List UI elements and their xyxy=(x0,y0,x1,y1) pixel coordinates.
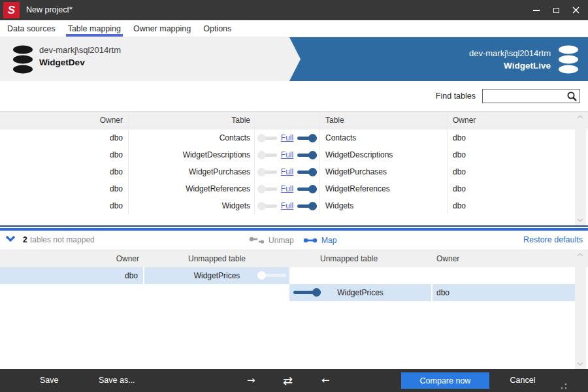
maximize-icon xyxy=(553,8,559,13)
unmapped-table-name: WidgetPrices xyxy=(337,288,384,297)
right-endpoint-toggle[interactable] xyxy=(297,168,317,176)
app-logo-icon: S xyxy=(3,2,20,18)
left-table-cell: WidgetReferences xyxy=(129,180,255,197)
scrollbar[interactable] xyxy=(575,250,586,369)
toggle-knob xyxy=(308,134,317,142)
header-left-table: Table xyxy=(129,112,255,129)
map-button[interactable]: Map xyxy=(303,231,336,250)
mapping-mode-link[interactable]: Full xyxy=(281,150,293,159)
header-left-owner: Owner xyxy=(0,112,129,129)
tab[interactable]: Owner mapping xyxy=(131,20,193,37)
mapping-mode-link[interactable]: Full xyxy=(281,133,293,142)
close-button[interactable] xyxy=(566,0,585,20)
mapping-mode-link[interactable]: Full xyxy=(281,184,293,193)
compare-now-button[interactable]: Compare now xyxy=(401,372,489,389)
not-mapped-bar: 2 tables not mapped Unmap Map Restore de… xyxy=(0,231,588,250)
close-icon xyxy=(572,7,580,14)
right-endpoint-toggle[interactable] xyxy=(297,151,317,159)
right-owner-cell: dbo xyxy=(448,163,575,180)
map-icon xyxy=(303,237,318,244)
minimize-icon xyxy=(533,10,540,11)
source-server: dev-markj\sql2014rtm xyxy=(39,45,121,55)
left-endpoint-toggle[interactable] xyxy=(257,271,286,280)
scrollbar[interactable] xyxy=(575,112,586,225)
right-table-cell: WidgetDescriptions xyxy=(320,146,448,163)
tab-label: Table mapping xyxy=(68,24,121,33)
left-table-cell: Contacts xyxy=(129,129,255,146)
left-owner-cell: dbo xyxy=(0,197,129,214)
right-owner-cell: dbo xyxy=(448,197,575,214)
switch-direction-icon[interactable]: ⇄ xyxy=(283,369,293,392)
left-owner-cell: dbo xyxy=(0,180,129,197)
tab-label: Options xyxy=(203,24,231,33)
search-icon[interactable] xyxy=(566,91,578,102)
chevron-down-icon[interactable] xyxy=(5,235,16,242)
maximize-button[interactable] xyxy=(546,0,566,20)
table-row[interactable]: dbo Widgets Full Widgets dbo xyxy=(0,197,588,214)
right-owner-cell: dbo xyxy=(448,146,575,163)
scroll-down-icon[interactable] xyxy=(577,218,583,222)
left-table-cell: WidgetPurchases xyxy=(129,163,255,180)
save-button[interactable]: Save xyxy=(40,369,59,392)
left-endpoint-toggle[interactable] xyxy=(257,185,277,193)
left-endpoint-toggle[interactable] xyxy=(257,134,277,142)
target-database-text: dev-markj\sql2014rtm WidgetLive xyxy=(469,48,551,71)
left-endpoint-toggle[interactable] xyxy=(257,168,277,176)
mapped-tables-grid: Owner Table Table Owner dbo Contacts Ful… xyxy=(0,112,588,225)
owner-cell: dbo xyxy=(0,267,144,284)
splitter[interactable] xyxy=(0,225,588,231)
tab[interactable]: Options xyxy=(201,20,233,37)
tab-bar: Data sources Table mapping Owner mapping… xyxy=(0,20,588,37)
table-row[interactable]: dbo Contacts Full Contacts dbo xyxy=(0,129,588,146)
resize-grip[interactable] xyxy=(561,384,567,390)
table-row[interactable]: dbo WidgetDescriptions Full WidgetDescri… xyxy=(0,146,588,163)
scroll-down-icon[interactable] xyxy=(577,362,583,366)
deploy-right-arrow-icon[interactable]: → xyxy=(247,369,255,392)
left-endpoint-toggle[interactable] xyxy=(257,202,277,210)
minimize-button[interactable] xyxy=(527,0,546,20)
tab[interactable]: Table mapping xyxy=(66,20,123,37)
left-table-cell: WidgetDescriptions xyxy=(129,146,255,163)
unmapped-right-row[interactable]: WidgetPrices dbo xyxy=(0,284,588,301)
right-endpoint-toggle[interactable] xyxy=(293,288,321,297)
app-window: S New project* Data sources Table mappin… xyxy=(0,0,588,392)
save-as-button[interactable]: Save as... xyxy=(99,369,135,392)
mapping-cell: Full xyxy=(255,180,320,197)
database-icon xyxy=(557,44,580,74)
unmapped-table-name: WidgetPrices xyxy=(194,271,240,280)
mapping-mode-link[interactable]: Full xyxy=(281,167,293,176)
right-endpoint-toggle[interactable] xyxy=(297,185,317,193)
right-endpoint-toggle[interactable] xyxy=(297,202,317,210)
table-row[interactable]: dbo WidgetPurchases Full WidgetPurchases… xyxy=(0,163,588,180)
unmap-button[interactable]: Unmap xyxy=(249,231,294,250)
empty-cell xyxy=(433,267,575,284)
right-table-cell: Widgets xyxy=(320,197,448,214)
database-icon xyxy=(12,44,34,74)
find-tables-input[interactable] xyxy=(483,90,580,103)
empty-cell xyxy=(289,267,433,284)
bottom-toolbar: Save Save as... → ⇄ ← Compare now Cancel xyxy=(0,369,588,392)
scroll-up-icon[interactable] xyxy=(577,115,583,119)
header-left-unmapped-table: Unmapped table xyxy=(144,250,289,267)
toggle-knob xyxy=(257,202,266,210)
titlebar: S New project* xyxy=(0,0,588,20)
unmapped-tables-grid: Owner Unmapped table Unmapped table Owne… xyxy=(0,250,588,369)
mapping-mode-link[interactable]: Full xyxy=(281,201,293,210)
unmapped-grid-header: Owner Unmapped table Unmapped table Owne… xyxy=(0,250,588,267)
left-endpoint-toggle[interactable] xyxy=(257,151,277,159)
scroll-up-icon[interactable] xyxy=(577,253,583,257)
table-row[interactable]: dbo WidgetReferences Full WidgetReferenc… xyxy=(0,180,588,197)
mapping-cell: Full xyxy=(255,163,320,180)
tab[interactable]: Data sources xyxy=(5,20,57,37)
empty-cell xyxy=(144,284,289,301)
toggle-knob xyxy=(257,271,266,280)
deploy-left-arrow-icon[interactable]: ← xyxy=(321,369,330,392)
target-database-panel: dev-markj\sql2014rtm WidgetLive xyxy=(469,37,580,81)
unmapped-left-row[interactable]: dbo WidgetPrices xyxy=(0,267,588,284)
target-database-name: WidgetLive xyxy=(504,61,551,71)
mapping-cell: Full xyxy=(255,197,320,214)
right-endpoint-toggle[interactable] xyxy=(297,134,317,142)
find-tables-label: Find tables xyxy=(436,81,476,111)
restore-defaults-link[interactable]: Restore defaults xyxy=(523,231,583,250)
cancel-button[interactable]: Cancel xyxy=(503,369,542,392)
